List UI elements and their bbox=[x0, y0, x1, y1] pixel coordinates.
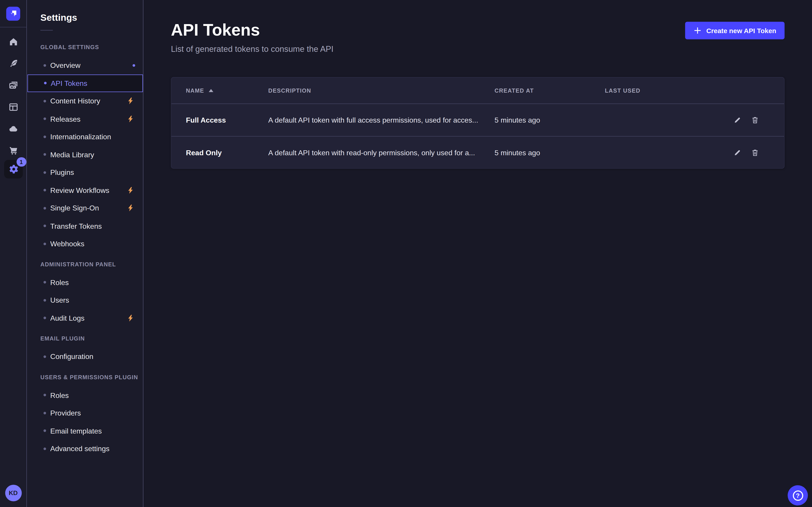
bullet-icon bbox=[44, 171, 46, 173]
table-row[interactable]: Read Only A default API token with read-… bbox=[171, 136, 784, 168]
sidebar-item-api-tokens[interactable]: API Tokens bbox=[28, 74, 143, 92]
sidebar-item-label: Releases bbox=[50, 115, 81, 123]
table-row[interactable]: Full Access A default API token with ful… bbox=[171, 104, 784, 136]
sidebar-item-releases[interactable]: Releases bbox=[28, 110, 143, 128]
question-mark-icon: ? bbox=[793, 490, 803, 501]
sidebar-item-advanced-settings[interactable]: Advanced settings bbox=[28, 440, 143, 458]
create-api-token-button[interactable]: Create new API Token bbox=[685, 22, 784, 39]
sidebar-item-label: Users bbox=[50, 296, 69, 304]
sidebar-item-label: Internationalization bbox=[50, 132, 111, 141]
column-header-label: NAME bbox=[186, 88, 204, 94]
sidebar-item-label: Overview bbox=[50, 61, 81, 69]
token-name-cell: Full Access bbox=[186, 116, 268, 124]
lightning-icon bbox=[128, 116, 134, 122]
bullet-icon bbox=[44, 394, 46, 396]
column-header-name[interactable]: NAME bbox=[186, 88, 268, 94]
title-divider bbox=[40, 30, 53, 31]
sidebar-item-up-roles[interactable]: Roles bbox=[28, 386, 143, 404]
sidebar-item-label: Review Workflows bbox=[50, 186, 109, 194]
column-header-description: DESCRIPTION bbox=[268, 88, 495, 94]
delete-trash-icon[interactable] bbox=[751, 148, 759, 157]
plus-icon bbox=[693, 26, 702, 35]
sidebar-item-label: Configuration bbox=[50, 352, 93, 361]
media-library-icon[interactable] bbox=[6, 79, 20, 92]
column-header-created-at: CREATED AT bbox=[495, 88, 605, 94]
page-subtitle: List of generated tokens to consume the … bbox=[171, 44, 334, 54]
sidebar-item-label: Webhooks bbox=[50, 240, 84, 248]
sort-ascending-icon bbox=[209, 89, 214, 92]
bullet-icon bbox=[44, 412, 46, 414]
sidebar-item-audit-logs[interactable]: Audit Logs bbox=[28, 309, 143, 327]
rail-icon-list: 1 bbox=[0, 27, 27, 178]
home-icon[interactable] bbox=[6, 35, 20, 49]
marketplace-cart-icon[interactable] bbox=[6, 144, 20, 157]
user-avatar[interactable]: KD bbox=[5, 485, 21, 501]
sidebar-item-single-sign-on[interactable]: Single Sign-On bbox=[28, 199, 143, 217]
help-button[interactable]: ? bbox=[788, 485, 808, 506]
app-window: 1 KD Settings GLOBAL SETTINGS Overview A… bbox=[0, 0, 812, 507]
sidebar-item-label: Transfer Tokens bbox=[50, 222, 102, 230]
row-actions bbox=[707, 116, 770, 124]
cloud-icon[interactable] bbox=[6, 122, 20, 136]
bullet-icon bbox=[44, 242, 46, 245]
main-content: API Tokens List of generated tokens to c… bbox=[144, 0, 812, 507]
section-label-global-settings: GLOBAL SETTINGS bbox=[40, 44, 143, 51]
bullet-icon bbox=[44, 207, 46, 209]
sidebar-item-email-configuration[interactable]: Configuration bbox=[28, 348, 143, 365]
sidebar-item-providers[interactable]: Providers bbox=[28, 404, 143, 422]
sidebar-item-label: Providers bbox=[50, 409, 81, 417]
bullet-icon bbox=[44, 430, 46, 432]
bullet-icon bbox=[44, 447, 46, 450]
bullet-icon bbox=[44, 189, 46, 191]
sidebar-item-label: Email templates bbox=[50, 427, 102, 435]
edit-pencil-icon[interactable] bbox=[733, 148, 742, 157]
sidebar-item-transfer-tokens[interactable]: Transfer Tokens bbox=[28, 217, 143, 235]
lightning-icon bbox=[128, 98, 134, 104]
sidebar-item-internationalization[interactable]: Internationalization bbox=[28, 128, 143, 146]
page-header: API Tokens List of generated tokens to c… bbox=[171, 21, 785, 54]
bullet-icon bbox=[44, 355, 46, 358]
sidebar-item-webhooks[interactable]: Webhooks bbox=[28, 235, 143, 252]
lightning-icon bbox=[128, 187, 134, 193]
page-title-block: API Tokens List of generated tokens to c… bbox=[171, 21, 334, 54]
page-title: API Tokens bbox=[171, 21, 334, 40]
bullet-icon bbox=[44, 153, 46, 156]
sidebar-item-review-workflows[interactable]: Review Workflows bbox=[28, 181, 143, 199]
bullet-icon bbox=[44, 225, 46, 227]
sidebar-item-admin-users[interactable]: Users bbox=[28, 291, 143, 309]
row-actions bbox=[707, 148, 770, 157]
strapi-logo-icon[interactable] bbox=[6, 6, 20, 20]
bullet-icon bbox=[44, 299, 46, 301]
content-manager-feather-icon[interactable] bbox=[6, 57, 20, 70]
bullet-icon bbox=[44, 118, 46, 120]
sidebar-item-label: Media Library bbox=[50, 151, 94, 159]
sidebar-item-email-templates[interactable]: Email templates bbox=[28, 422, 143, 440]
token-created-at-cell: 5 minutes ago bbox=[495, 148, 605, 157]
delete-trash-icon[interactable] bbox=[751, 116, 759, 124]
subnav-title: Settings bbox=[40, 12, 143, 23]
sidebar-item-overview[interactable]: Overview bbox=[28, 56, 143, 74]
lightning-icon bbox=[128, 205, 134, 212]
sidebar-item-media-library[interactable]: Media Library bbox=[28, 146, 143, 163]
bullet-icon bbox=[44, 135, 46, 138]
sidebar-item-content-history[interactable]: Content History bbox=[28, 92, 143, 110]
content-type-builder-icon[interactable] bbox=[6, 100, 20, 114]
api-tokens-table: NAME DESCRIPTION CREATED AT LAST USED Fu… bbox=[171, 77, 785, 169]
table-header-row: NAME DESCRIPTION CREATED AT LAST USED bbox=[171, 77, 784, 104]
sidebar-item-admin-roles[interactable]: Roles bbox=[28, 273, 143, 291]
section-label-administration-panel: ADMINISTRATION PANEL bbox=[40, 261, 143, 268]
edit-pencil-icon[interactable] bbox=[733, 116, 742, 124]
token-name-cell: Read Only bbox=[186, 148, 268, 157]
sidebar-item-label: Single Sign-On bbox=[50, 204, 99, 212]
settings-gear-icon[interactable]: 1 bbox=[4, 160, 22, 178]
sidebar-item-label: Advanced settings bbox=[50, 445, 110, 453]
settings-notification-badge: 1 bbox=[16, 157, 26, 167]
create-button-label: Create new API Token bbox=[706, 26, 776, 34]
logo-section bbox=[0, 0, 27, 27]
sidebar-item-plugins[interactable]: Plugins bbox=[28, 164, 143, 181]
sidebar-item-label: API Tokens bbox=[51, 79, 87, 88]
main-nav-rail: 1 KD bbox=[0, 0, 27, 507]
sidebar-item-label: Roles bbox=[50, 391, 69, 399]
sidebar-item-label: Roles bbox=[50, 278, 69, 287]
bullet-icon bbox=[44, 281, 46, 283]
